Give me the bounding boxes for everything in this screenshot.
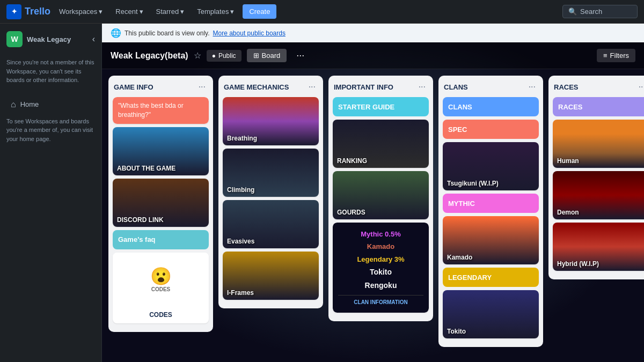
col-menu-races[interactable]: ··· [636,81,644,93]
board-area: 🌐 This public board is view only. More a… [102,24,644,362]
card-discord-link[interactable]: DISCORD LINK [113,179,209,227]
col-menu-important-info[interactable]: ··· [416,81,428,93]
globe-icon: 🌐 [111,28,121,38]
col-title-game-mechanics: GAME MECHANICS [224,83,289,91]
codes-image: 😮 CODES [113,253,209,306]
workspaces-button[interactable]: Workspaces ▾ [55,5,107,18]
public-boards-link[interactable]: More about public boards [213,29,286,37]
public-info-bar: 🌐 This public board is view only. More a… [102,24,644,42]
card-clan-information[interactable]: Mythic 0.5% Kamado Legendary 3% Tokito R… [333,223,429,313]
card-starter-guide[interactable]: STARTER GUIDE [333,97,429,116]
recent-button[interactable]: Recent ▾ [111,5,147,18]
trello-wordmark: Trello [25,6,50,17]
visibility-icon: ● [212,52,216,60]
legendary-pct-text: Legendary 3% [338,253,423,265]
card-gourds[interactable]: GOURDS [333,171,429,219]
rengoku-clan-text: Rengoku [338,279,423,292]
col-header-game-mechanics: GAME MECHANICS ··· [223,81,319,93]
card-ranking[interactable]: RANKING [333,120,429,168]
card-climbing[interactable]: Climbing [223,149,319,197]
trello-logo-icon: ✦ [6,4,21,19]
visibility-label: Public [218,52,236,60]
search-button[interactable]: 🔍 Search [562,5,638,18]
card-legendary[interactable]: LEGENDARY [443,268,539,287]
card-codes[interactable]: 😮 CODES CODES [113,253,209,324]
kamado-label: Kamado [447,254,472,261]
workspace-header: W Weak Legacy ‹ [6,31,95,47]
create-button[interactable]: Create [243,4,276,19]
demon-label: Demon [557,209,579,216]
tokito-label: Tokito [447,328,466,335]
filters-label: Filters [610,51,629,60]
tsugikuni-label: Tsugikuni (W.I.P) [447,180,499,187]
card-races[interactable]: RACES [553,97,644,116]
board-title: Weak Legacy(beta) [111,51,188,61]
sidebar-collapse-button[interactable]: ‹ [92,34,95,44]
top-navigation: ✦ Trello Workspaces ▾ Recent ▾ Starred ▾… [0,0,644,24]
main-layout: W Weak Legacy ‹ Since you're not a membe… [0,24,644,362]
card-demon[interactable]: Demon [553,171,644,219]
discord-link-label: DISCORD LINK [117,216,164,224]
clan-info-footer: CLAN INFORMATION [338,295,423,307]
col-header-important-info: IMPORTANT INFO ··· [333,81,429,93]
filter-icon: ≡ [603,51,608,60]
col-header-clans: CLANS ··· [443,81,539,93]
col-header-races: RACES ··· [553,81,644,93]
workspace-name: Weak Legacy [27,35,71,43]
ranking-label: RANKING [337,157,367,165]
col-title-races: RACES [554,83,579,91]
mythic-pct-text: Mythic 0.5% [338,228,423,240]
card-clans[interactable]: CLANS [443,97,539,116]
about-game-label: ABOUT THE GAME [117,165,175,172]
sidebar: W Weak Legacy ‹ Since you're not a membe… [0,24,102,362]
trello-logo: ✦ Trello [6,4,50,19]
card-evasives[interactable]: Evasives [223,200,319,248]
board-more-button[interactable]: ··· [292,48,309,63]
columns-container: GAME INFO ··· "Whats the best bda or bre… [102,69,644,362]
board-visibility-badge[interactable]: ● Public [207,50,241,62]
card-question-text: "Whats the best bda or breathing?" [113,97,209,124]
card-about-the-game[interactable]: ABOUT THE GAME [113,127,209,175]
sidebar-home-link[interactable]: ⌂ Home [6,97,95,113]
sidebar-notice-2: To see Workspaces and boards you're a me… [6,113,95,148]
card-games-faq[interactable]: Game's faq [113,230,209,249]
human-label: Human [557,157,579,165]
climbing-label: Climbing [227,186,254,194]
kamado-clan-text: Kamado [338,240,423,253]
col-header-game-info: GAME INFO ··· [113,81,209,93]
codes-label: CODES [113,306,209,324]
col-title-important-info: IMPORTANT INFO [334,83,393,91]
card-spec[interactable]: SPEC [443,120,539,139]
card-tokito[interactable]: Tokito [443,290,539,338]
filters-button[interactable]: ≡ Filters [597,49,635,62]
gourds-label: GOURDS [337,209,365,216]
col-menu-game-mechanics[interactable]: ··· [306,81,318,93]
card-human[interactable]: Human [553,120,644,168]
starred-button[interactable]: Starred ▾ [152,5,189,18]
card-tsugikuni[interactable]: Tsugikuni (W.I.P) [443,142,539,190]
column-important-info: IMPORTANT INFO ··· STARTER GUIDE RANKING… [328,76,433,321]
column-races: RACES ··· RACES Human Demon Hybrid (W [548,76,644,279]
col-title-game-info: GAME INFO [114,83,153,91]
board-view-button[interactable]: ⊞ Board [247,49,287,62]
col-menu-game-info[interactable]: ··· [196,81,208,93]
board-star-button[interactable]: ☆ [194,50,201,61]
board-view-label: Board [262,51,281,60]
card-iframes[interactable]: I-Frames [223,252,319,300]
sidebar-notice-1: Since you're not a member of this Worksp… [6,54,95,89]
column-game-mechanics: GAME MECHANICS ··· Breathing Climbing Ev… [218,76,323,308]
card-question[interactable]: "Whats the best bda or breathing?" [113,97,209,124]
hybrid-label: Hybrid (W.I.P) [557,260,599,268]
column-game-info: GAME INFO ··· "Whats the best bda or bre… [108,76,213,332]
info-text: This public board is view only. [125,29,210,37]
breathing-label: Breathing [227,135,257,142]
card-kamado[interactable]: Kamado [443,216,539,264]
card-hybrid[interactable]: Hybrid (W.I.P) [553,223,644,271]
col-title-clans: CLANS [444,83,468,91]
evasives-label: Evasives [227,238,254,245]
templates-button[interactable]: Templates ▾ [193,5,238,18]
iframes-label: I-Frames [227,289,254,297]
col-menu-clans[interactable]: ··· [526,81,538,93]
card-mythic[interactable]: MYTHIC [443,194,539,213]
card-breathing[interactable]: Breathing [223,97,319,145]
